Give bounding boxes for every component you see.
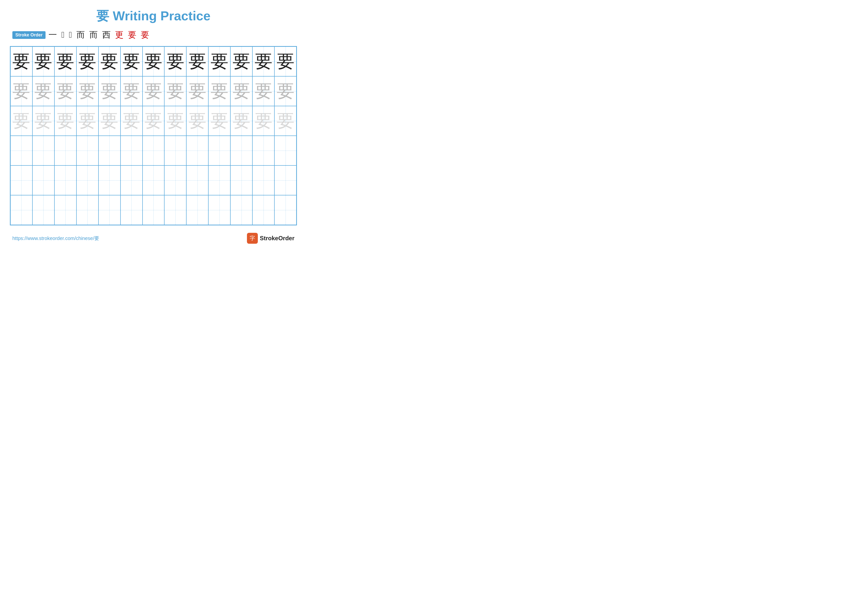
grid-cell[interactable] [143,165,164,195]
grid-cell[interactable]: 要 [121,106,143,136]
practice-char: 要 [277,112,294,130]
grid-cell[interactable]: 要 [253,76,274,106]
grid-cell[interactable]: 要 [143,106,164,136]
grid-cell[interactable]: 要 [230,47,253,76]
grid-cell[interactable]: 要 [33,76,54,106]
grid-cell[interactable] [253,195,274,225]
grid-cell[interactable]: 要 [230,106,253,136]
grid-cell[interactable]: 要 [121,47,143,76]
grid-cell[interactable]: 要 [10,76,33,106]
grid-cell[interactable]: 要 [164,47,186,76]
stroke-3: 𠃍 [69,30,72,40]
grid-cell[interactable] [208,165,230,195]
grid-cell[interactable] [33,136,54,165]
grid-cell[interactable] [98,195,121,225]
footer-logo: 字 StrokeOrder [247,233,294,244]
grid-cell[interactable] [54,195,76,225]
practice-char: 要 [12,53,30,70]
grid-cell[interactable]: 要 [10,106,33,136]
grid-cell[interactable] [54,136,76,165]
grid-cell[interactable]: 要 [54,47,76,76]
grid-cell[interactable]: 要 [143,76,164,106]
grid-cell[interactable]: 要 [98,47,121,76]
grid-cell[interactable]: 要 [253,106,274,136]
grid-cell[interactable] [186,136,208,165]
grid-cell[interactable]: 要 [10,47,33,76]
grid-cell[interactable] [121,165,143,195]
grid-cell[interactable] [10,165,33,195]
grid-cell[interactable]: 要 [54,76,76,106]
grid-cell[interactable] [230,136,253,165]
grid-cell[interactable]: 要 [208,47,230,76]
grid-cell[interactable]: 要 [186,47,208,76]
practice-char: 要 [101,112,118,130]
practice-char: 要 [166,112,184,130]
grid-cell[interactable] [164,165,186,195]
grid-cell[interactable] [98,165,121,195]
grid-cell[interactable] [10,195,33,225]
grid-cell[interactable]: 要 [76,47,98,76]
grid-cell[interactable]: 要 [274,76,296,106]
grid-cell[interactable] [253,165,274,195]
stroke-9: 要 [141,29,149,40]
stroke-2: 𠃊 [61,30,64,40]
grid-cell[interactable]: 要 [54,106,76,136]
grid-cell[interactable]: 要 [98,76,121,106]
grid-cell[interactable] [10,136,33,165]
grid-cell[interactable] [143,195,164,225]
grid-cell[interactable] [274,136,296,165]
grid-cell[interactable]: 要 [186,76,208,106]
grid-cell[interactable] [33,165,54,195]
grid-cell[interactable] [121,195,143,225]
grid-cell[interactable] [186,165,208,195]
grid-cell[interactable] [274,195,296,225]
grid-cell[interactable]: 要 [98,106,121,136]
stroke-6: 西 [102,29,111,40]
grid-cell[interactable] [208,136,230,165]
practice-char: 要 [122,53,140,70]
grid-cell[interactable] [76,165,98,195]
grid-cell[interactable]: 要 [33,106,54,136]
practice-char: 要 [232,53,250,70]
grid-cell[interactable] [230,195,253,225]
practice-char: 要 [101,53,118,70]
grid-cell[interactable]: 要 [230,76,253,106]
stroke-4: 而 [76,29,85,40]
practice-char: 要 [144,112,162,130]
practice-char: 要 [34,82,52,100]
grid-cell[interactable]: 要 [186,106,208,136]
grid-cell[interactable]: 要 [164,76,186,106]
grid-cell[interactable] [143,136,164,165]
practice-char: 要 [56,82,74,100]
grid-cell[interactable]: 要 [208,76,230,106]
grid-cell[interactable] [33,195,54,225]
grid-cell[interactable] [274,165,296,195]
grid-cell[interactable] [186,195,208,225]
grid-cell[interactable] [121,136,143,165]
grid-cell[interactable]: 要 [76,106,98,136]
stroke-chars: 一 𠃊 𠃍 而 而 西 更 要 要 [48,29,149,40]
grid-cell[interactable]: 要 [33,47,54,76]
grid-cell[interactable]: 要 [274,47,296,76]
footer-url[interactable]: https://www.strokeorder.com/chinese/要 [12,235,99,242]
grid-cell[interactable] [208,195,230,225]
grid-cell[interactable] [164,136,186,165]
grid-cell[interactable]: 要 [121,76,143,106]
grid-cell[interactable]: 要 [253,47,274,76]
grid-cell[interactable] [98,136,121,165]
grid-cell[interactable]: 要 [274,106,296,136]
practice-char: 要 [189,82,206,100]
grid-cell[interactable] [76,195,98,225]
grid-cell[interactable]: 要 [76,76,98,106]
stroke-7: 更 [115,29,124,40]
grid-cell[interactable] [54,165,76,195]
grid-cell[interactable] [230,165,253,195]
grid-cell[interactable]: 要 [143,47,164,76]
grid-cell[interactable]: 要 [164,106,186,136]
practice-grid: 要要要要要要要要要要要要要要要要要要要要要要要要要要要要要要要要要要要要要要要 [10,46,297,225]
grid-cell[interactable] [164,195,186,225]
practice-char: 要 [144,82,162,100]
grid-cell[interactable]: 要 [208,106,230,136]
grid-cell[interactable] [76,136,98,165]
grid-cell[interactable] [253,136,274,165]
